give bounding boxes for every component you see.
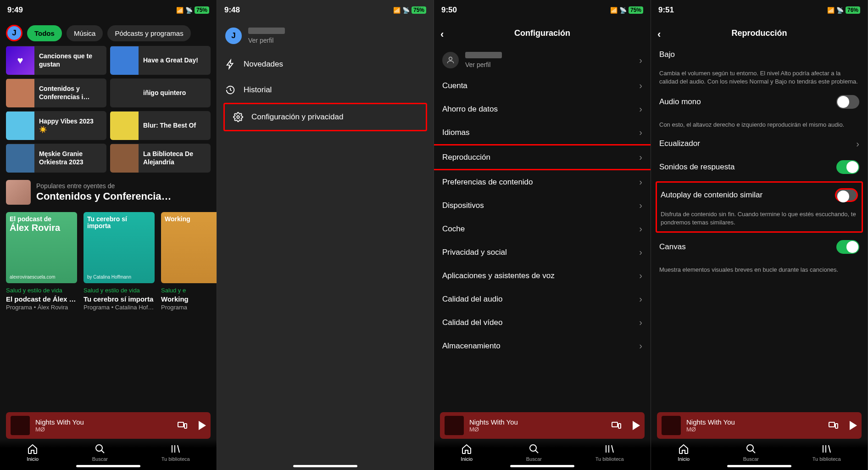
home-indicator[interactable] <box>510 465 574 467</box>
library-icon <box>821 443 832 454</box>
tab-biblioteca[interactable]: Tu biblioteca <box>161 443 190 462</box>
tile[interactable]: Happy Vibes 2023 ☀️ <box>6 111 106 140</box>
tile[interactable]: Contenidos y Conferencias i… <box>6 78 106 107</box>
row-preferencias[interactable]: Preferencias de contenido› <box>434 170 651 194</box>
row-dispositivos[interactable]: Dispositivos› <box>434 194 651 217</box>
row-mono: Audio mono <box>651 90 868 114</box>
tile[interactable]: iñigo quintero <box>110 78 211 107</box>
heart-icon: ♥ <box>17 55 23 67</box>
devices-icon[interactable] <box>177 420 188 431</box>
menu-config[interactable]: Configuración y privacidad <box>223 103 427 131</box>
battery-badge: 75% <box>412 6 426 14</box>
tab-biblioteca[interactable]: Tu biblioteca <box>812 443 841 462</box>
devices-icon[interactable] <box>828 420 839 431</box>
tab-buscar[interactable]: Buscar <box>743 443 759 462</box>
section-head: Contenidos y Conferencia… <box>36 190 172 202</box>
row-ecualizador[interactable]: Ecualizador › <box>651 133 868 155</box>
now-playing[interactable]: Nights With You MØ <box>6 412 211 439</box>
home-indicator[interactable] <box>727 465 791 467</box>
search-icon <box>529 443 540 454</box>
screen-config: 9:50 📶📡 75% ‹ Configuración Ver perfil ›… <box>434 0 651 470</box>
row-audio[interactable]: Calidad del audio› <box>434 287 651 311</box>
row-reproduccion[interactable]: Reproducción› <box>434 145 651 169</box>
tile[interactable]: Blur: The Best Of <box>110 111 211 140</box>
tab-inicio[interactable]: Inicio <box>461 443 473 462</box>
svg-line-6 <box>178 445 179 453</box>
toggle-sonidos[interactable] <box>836 160 859 174</box>
back-button[interactable]: ‹ <box>657 28 661 40</box>
status-time: 9:50 <box>441 6 457 15</box>
toggle-autoplay[interactable] <box>835 188 858 202</box>
row-privacidad[interactable]: Privacidad y social› <box>434 241 651 264</box>
toggle-mono[interactable] <box>836 95 859 109</box>
status-time: 9:51 <box>658 6 674 15</box>
row-almacenamiento[interactable]: Almacenamiento› <box>434 334 651 358</box>
row-sonidos: Sonidos de respuesta <box>651 155 868 179</box>
card[interactable]: Tu cerebro sí importaby Catalina Hoffman… <box>83 212 155 311</box>
chevron-right-icon: › <box>639 152 642 162</box>
svg-rect-1 <box>184 424 187 428</box>
tile[interactable]: ♥Canciones que te gustan <box>6 46 106 75</box>
ver-perfil-label: Ver perfil <box>248 37 285 44</box>
menu-novedades[interactable]: Novedades <box>217 51 434 77</box>
now-playing-art <box>445 416 464 435</box>
search-icon <box>95 443 106 454</box>
tab-buscar[interactable]: Buscar <box>526 443 542 462</box>
row-ahorro[interactable]: Ahorro de datos› <box>434 97 651 121</box>
profile-name-redacted <box>248 28 285 34</box>
chevron-right-icon: › <box>639 270 642 281</box>
card-art: El podcast deÁlex Roviraalexroviraescuel… <box>6 212 77 283</box>
tab-inicio[interactable]: Inicio <box>678 443 690 462</box>
filter-todos[interactable]: Todos <box>27 25 62 41</box>
row-idiomas[interactable]: Idiomas› <box>434 121 651 144</box>
row-video[interactable]: Calidad del vídeo› <box>434 311 651 334</box>
devices-icon[interactable] <box>611 420 622 431</box>
tile[interactable]: Męskie Granie Orkiestra 2023 <box>6 144 106 173</box>
card[interactable]: Working Salud y e Working Programa <box>161 212 217 311</box>
row-cuenta[interactable]: Cuenta› <box>434 74 651 97</box>
tile[interactable]: La Biblioteca De Alejandría <box>110 144 211 173</box>
menu-historial[interactable]: Historial <box>217 77 434 103</box>
library-icon <box>604 443 615 454</box>
tab-buscar[interactable]: Buscar <box>92 443 108 462</box>
filter-podcasts[interactable]: Pódcasts y programas <box>107 25 190 41</box>
row-coche[interactable]: Coche› <box>434 217 651 241</box>
avatar: J <box>225 28 242 44</box>
section-subhead: Populares entre oyentes de <box>36 182 172 190</box>
tab-biblioteca[interactable]: Tu biblioteca <box>595 443 624 462</box>
play-icon[interactable] <box>850 421 857 430</box>
toggle-canvas[interactable] <box>836 240 859 254</box>
chevron-right-icon: › <box>639 80 642 91</box>
status-right: 📶📡 75% <box>393 6 426 14</box>
wifi-icon: 📡 <box>836 7 844 14</box>
play-icon[interactable] <box>633 421 640 430</box>
now-playing[interactable]: Nights With YouMØ <box>657 412 862 439</box>
signal-icon: 📶 <box>393 7 401 14</box>
tile[interactable]: Have a Great Day! <box>110 46 211 75</box>
person-icon <box>446 56 455 65</box>
avatar[interactable]: J <box>6 25 22 41</box>
svg-rect-16 <box>829 422 835 427</box>
now-playing-art <box>11 416 30 435</box>
status-right: 📶📡 76% <box>827 6 860 14</box>
profile-row[interactable]: J Ver perfil <box>217 20 434 51</box>
filter-musica[interactable]: Música <box>67 25 103 41</box>
profile-row[interactable]: Ver perfil › <box>434 46 651 74</box>
svg-point-2 <box>96 445 102 451</box>
battery-badge: 75% <box>629 6 643 14</box>
svg-rect-10 <box>618 424 621 428</box>
home-indicator[interactable] <box>293 465 357 467</box>
card[interactable]: El podcast deÁlex Roviraalexroviraescuel… <box>6 212 77 311</box>
row-apps[interactable]: Aplicaciones y asistentes de voz› <box>434 264 651 287</box>
home-indicator[interactable] <box>76 465 140 467</box>
now-playing[interactable]: Nights With YouMØ <box>440 412 645 439</box>
row-canvas: Canvas <box>651 235 868 259</box>
chevron-right-icon: › <box>639 294 642 304</box>
back-button[interactable]: ‹ <box>440 28 444 40</box>
svg-point-7 <box>237 116 239 118</box>
signal-icon: 📶 <box>176 7 184 14</box>
play-icon[interactable] <box>199 421 206 430</box>
row-bajo[interactable]: Bajo <box>651 46 868 63</box>
svg-rect-9 <box>612 422 618 427</box>
tab-inicio[interactable]: Inicio <box>27 443 39 462</box>
